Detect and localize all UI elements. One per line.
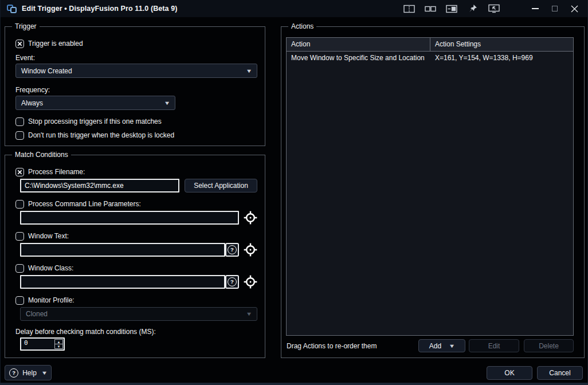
window-class-label: Window Class: xyxy=(28,264,73,272)
monitor-profile-dropdown: Cloned ▼ xyxy=(20,307,257,321)
chevron-down-icon: ▼ xyxy=(449,343,456,349)
edit-action-button[interactable]: Edit xyxy=(469,339,519,352)
window-text-target-picker-icon[interactable] xyxy=(242,242,258,258)
window-text-checkbox[interactable] xyxy=(15,232,24,241)
frequency-label: Frequency: xyxy=(15,86,50,94)
window-bottom-border xyxy=(0,383,588,385)
frequency-dropdown[interactable]: Always ▼ xyxy=(15,96,175,110)
drag-hint-text: Drag Actions to re-order them xyxy=(287,342,377,350)
window-controls xyxy=(531,4,579,13)
pin-window-icon[interactable] xyxy=(466,3,480,14)
trigger-group-label: Trigger xyxy=(12,22,40,30)
window-to-monitor-icon[interactable] xyxy=(445,3,458,14)
edit-trigger-window: Edit Trigger • DisplayFusion Pro 11.0 (B… xyxy=(0,0,588,385)
window-title: Edit Trigger • DisplayFusion Pro 11.0 (B… xyxy=(22,5,178,13)
window-class-target-picker-icon[interactable] xyxy=(242,274,258,290)
monitor-profile-value: Cloned xyxy=(26,310,48,318)
window-left-border xyxy=(0,0,1,385)
titlebar[interactable]: Edit Trigger • DisplayFusion Pro 11.0 (B… xyxy=(0,0,588,17)
add-action-button[interactable]: Add ▼ xyxy=(418,339,465,352)
delete-action-button[interactable]: Delete xyxy=(524,339,574,352)
help-icon: ? xyxy=(9,368,18,378)
titlebar-tool-buttons xyxy=(402,3,501,14)
maximize-button[interactable] xyxy=(550,4,559,13)
action-cell: Move Window to Specific Size and Locatio… xyxy=(287,52,430,64)
spinner-up-icon[interactable]: ▲ xyxy=(55,340,62,344)
minimize-button[interactable] xyxy=(531,4,540,13)
monitor-profile-checkbox[interactable] xyxy=(15,296,24,305)
delay-value[interactable]: 0 xyxy=(21,339,54,349)
trigger-group: Trigger Trigger is enabled Event: Window… xyxy=(5,26,265,146)
help-button[interactable]: ? Help ▼ xyxy=(5,365,52,380)
match-conditions-group: Match Conditions Process Filename: Selec… xyxy=(5,155,265,358)
actions-list[interactable]: Action Action Settings Move Window to Sp… xyxy=(286,37,574,336)
monitor-grab-icon[interactable] xyxy=(487,3,501,14)
event-dropdown-value: Window Created xyxy=(21,67,72,75)
match-conditions-group-label: Match Conditions xyxy=(12,151,71,159)
event-label: Event: xyxy=(15,54,35,62)
cmdline-input[interactable] xyxy=(20,211,239,225)
trigger-enabled-checkbox[interactable] xyxy=(15,40,24,48)
stop-processing-label: Stop processing triggers if this one mat… xyxy=(28,117,162,125)
cancel-button[interactable]: Cancel xyxy=(537,366,583,380)
spinner-steppers: ▲ ▼ xyxy=(54,339,63,349)
stop-processing-checkbox[interactable] xyxy=(15,117,24,126)
spinner-down-icon[interactable]: ▼ xyxy=(55,344,62,348)
process-filename-label: Process Filename: xyxy=(28,168,85,176)
window-class-input[interactable] xyxy=(20,275,225,289)
chevron-down-icon: ▼ xyxy=(246,68,253,74)
ok-button[interactable]: OK xyxy=(487,366,532,380)
actions-list-header: Action Action Settings xyxy=(287,38,573,52)
event-dropdown[interactable]: Window Created ▼ xyxy=(15,64,257,78)
column-header-action[interactable]: Action xyxy=(287,38,430,51)
cmdline-checkbox[interactable] xyxy=(15,200,24,209)
trigger-enabled-label: Trigger is enabled xyxy=(28,40,83,48)
delay-spinner[interactable]: 0 ▲ ▼ xyxy=(20,337,65,351)
column-header-action-settings[interactable]: Action Settings xyxy=(430,38,573,51)
monitor-profile-label: Monitor Profile: xyxy=(28,296,75,304)
process-filename-input[interactable] xyxy=(20,179,179,192)
split-monitor-icon[interactable] xyxy=(402,3,416,14)
window-text-label: Window Text: xyxy=(28,232,69,240)
window-text-help-icon[interactable]: ? xyxy=(225,243,239,257)
frequency-dropdown-value: Always xyxy=(21,99,43,107)
window-class-checkbox[interactable] xyxy=(15,264,24,273)
chevron-down-icon: ▼ xyxy=(246,311,253,317)
dont-run-locked-checkbox[interactable] xyxy=(15,131,24,140)
chevron-down-icon: ▼ xyxy=(41,370,48,376)
window-class-help-icon[interactable]: ? xyxy=(225,275,239,289)
cmdline-target-picker-icon[interactable] xyxy=(242,210,258,226)
select-application-button[interactable]: Select Application xyxy=(185,179,257,192)
delay-label: Delay before checking match conditions (… xyxy=(15,328,156,336)
action-row[interactable]: Move Window to Specific Size and Locatio… xyxy=(287,52,573,64)
dont-run-locked-label: Don't run this trigger when the desktop … xyxy=(28,131,174,139)
displayfusion-logo-icon xyxy=(7,4,17,14)
cmdline-label: Process Command Line Parameters: xyxy=(28,200,141,208)
actions-group: Actions Action Action Settings Move Wind… xyxy=(281,26,585,358)
actions-group-label: Actions xyxy=(288,22,316,30)
process-filename-checkbox[interactable] xyxy=(15,168,24,176)
action-settings-cell: X=161, Y=154, W=1338, H=969 xyxy=(430,52,573,64)
window-text-input[interactable] xyxy=(20,243,225,257)
close-button[interactable] xyxy=(570,4,579,13)
move-to-monitor-icon[interactable] xyxy=(424,3,437,14)
chevron-down-icon: ▼ xyxy=(164,100,171,106)
